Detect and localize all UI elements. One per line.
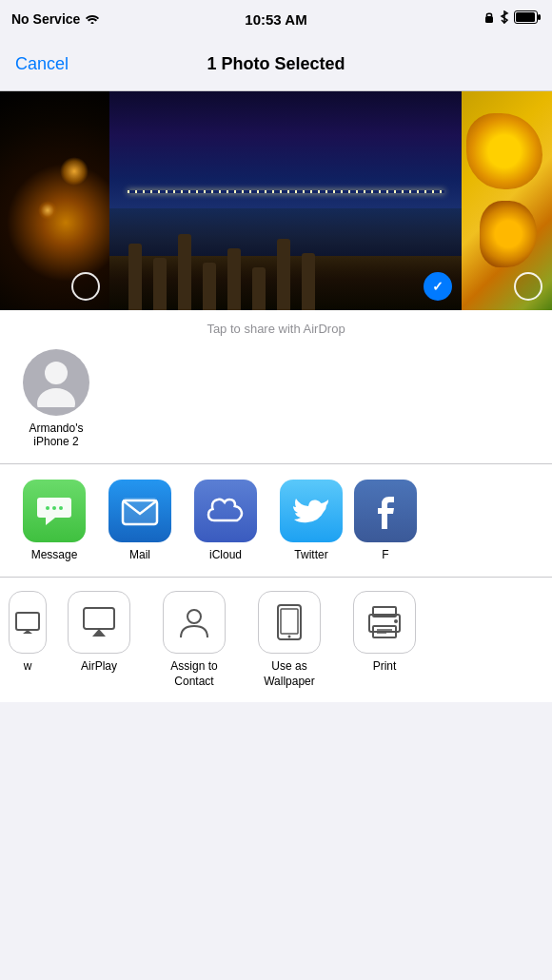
piling-6 [252, 267, 266, 310]
piling-1 [128, 244, 142, 310]
utility-action-contact[interactable]: Assign toContact [147, 591, 242, 689]
selection-circle-bridge[interactable]: ✓ [424, 272, 452, 301]
piling-5 [227, 248, 241, 310]
photo-item-bridge[interactable]: ✓ [109, 91, 462, 310]
selection-circle-bokeh[interactable] [71, 272, 100, 301]
wallpaper-icon [258, 591, 321, 654]
utility-action-airplay[interactable]: AirPlay [51, 591, 147, 689]
airdrop-header: Tap to share with AirDrop [15, 322, 537, 336]
mail-label: Mail [129, 548, 150, 561]
assign-contact-icon [163, 591, 226, 654]
svg-rect-12 [16, 613, 39, 630]
share-action-icloud[interactable]: iCloud [183, 480, 268, 561]
message-label: Message [31, 548, 78, 561]
airdrop-contact-armando[interactable]: Armando'siPhone 2 [23, 349, 89, 448]
airdrop-section: Tap to share with AirDrop Armando'siPhon… [0, 310, 552, 464]
share-action-facebook[interactable]: F [354, 480, 417, 561]
person-silhouette-icon [35, 358, 77, 407]
icloud-cloud-icon [205, 496, 246, 526]
facebook-f-icon [372, 493, 399, 529]
photo-bridge-bg [109, 91, 462, 310]
lock-icon [483, 10, 495, 28]
piling-2 [153, 258, 167, 310]
airplay-label: AirPlay [81, 659, 117, 675]
icloud-label: iCloud [209, 548, 242, 561]
bluetooth-icon [500, 10, 509, 28]
svg-point-14 [187, 610, 201, 623]
message-bubble-icon [36, 494, 72, 528]
utility-actions-row: w AirPlay Assign toContact [0, 578, 552, 702]
piling-3 [178, 234, 191, 310]
status-time: 10:53 AM [245, 11, 306, 28]
svg-point-8 [52, 506, 56, 510]
twitter-bird-icon [292, 494, 330, 528]
status-bar: No Service 10:53 AM [0, 0, 552, 38]
svg-point-9 [59, 506, 63, 510]
photo-strip: ✓ [0, 91, 552, 310]
photo-item-bokeh[interactable] [0, 91, 109, 310]
share-action-mail[interactable]: Mail [97, 480, 183, 561]
mail-envelope-icon [121, 496, 159, 526]
contact-name-armando: Armando'siPhone 2 [30, 421, 84, 448]
battery-icon [514, 10, 541, 28]
twitter-icon [280, 480, 343, 542]
airdrop-contacts: Armando'siPhone 2 [15, 349, 537, 448]
svg-rect-13 [84, 608, 114, 629]
partial-label: w [24, 659, 32, 675]
printer-icon [365, 605, 404, 639]
contact-avatar-armando [23, 349, 89, 416]
wifi-icon [85, 11, 100, 27]
selection-circle-flowers[interactable] [514, 272, 542, 301]
svg-rect-1 [485, 16, 493, 23]
share-action-twitter[interactable]: Twitter [268, 480, 354, 561]
photo-item-flowers[interactable] [462, 91, 552, 310]
svg-rect-3 [538, 14, 541, 20]
status-left: No Service [11, 11, 100, 27]
icloud-icon [194, 480, 257, 542]
pilings [109, 225, 462, 310]
svg-point-7 [46, 506, 49, 510]
piling-8 [302, 253, 315, 310]
svg-point-21 [394, 619, 398, 623]
airplay-screen-icon [82, 606, 116, 638]
carrier-text: No Service [11, 11, 80, 27]
utility-action-partial[interactable]: w [4, 591, 51, 689]
cancel-button[interactable]: Cancel [15, 54, 69, 74]
nav-bar: Cancel 1 Photo Selected [0, 38, 552, 91]
svg-point-6 [37, 388, 75, 407]
share-actions-row: Message Mail iCloud Twitter [0, 464, 552, 578]
partial-action-icon [14, 609, 41, 636]
wallpaper-label: Use asWallpaper [264, 659, 315, 689]
message-icon [23, 480, 86, 542]
nav-title: 1 Photo Selected [207, 54, 345, 74]
svg-point-5 [45, 362, 68, 384]
svg-rect-16 [281, 609, 298, 634]
twitter-label: Twitter [294, 548, 327, 561]
svg-point-0 [91, 22, 94, 24]
bridge-lights [128, 190, 444, 193]
status-right [483, 10, 541, 28]
svg-rect-4 [516, 12, 535, 22]
share-action-message[interactable]: Message [11, 480, 97, 561]
print-label: Print [373, 659, 397, 675]
facebook-label: F [382, 548, 388, 561]
assign-contact-label: Assign toContact [170, 659, 217, 689]
check-mark-bridge: ✓ [432, 280, 444, 293]
partial-icon [9, 591, 47, 654]
svg-point-17 [288, 636, 291, 638]
person-contact-icon [177, 605, 211, 639]
facebook-icon [354, 480, 417, 542]
mail-icon [108, 480, 171, 542]
print-icon [353, 591, 416, 654]
utility-action-wallpaper[interactable]: Use asWallpaper [242, 591, 337, 689]
utility-action-print[interactable]: Print [337, 591, 432, 689]
piling-4 [203, 263, 216, 310]
piling-7 [277, 239, 290, 310]
airplay-icon [68, 591, 130, 654]
phone-wallpaper-icon [274, 604, 305, 640]
